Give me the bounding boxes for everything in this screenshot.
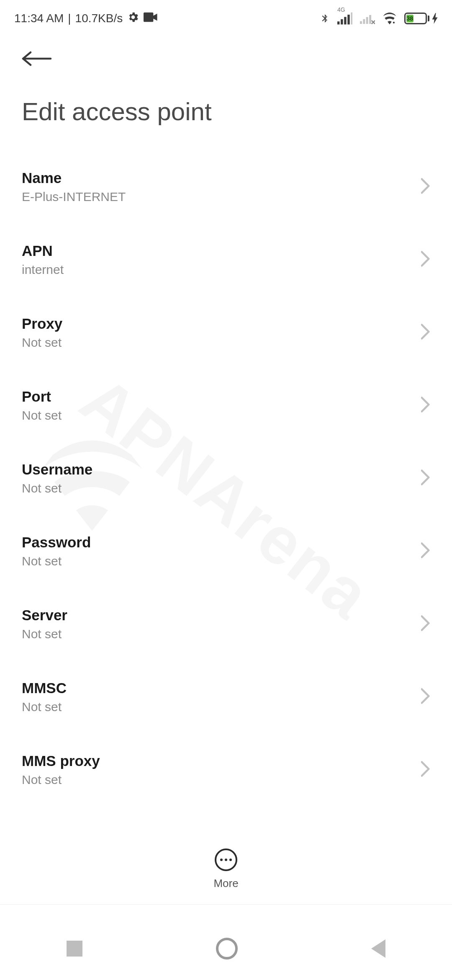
- status-time: 11:34 AM: [14, 12, 64, 25]
- setting-name-label: Name: [22, 170, 126, 186]
- more-label: More: [213, 877, 238, 890]
- setting-proxy-value: Not set: [22, 335, 62, 350]
- bottom-action-bar: More: [0, 832, 452, 905]
- setting-port-label: Port: [22, 388, 62, 405]
- chevron-right-icon: [421, 615, 430, 633]
- chevron-right-icon: [421, 251, 430, 268]
- page-title: Edit access point: [0, 71, 452, 159]
- bluetooth-icon: [320, 11, 330, 26]
- setting-name[interactable]: Name E-Plus-INTERNET: [22, 159, 430, 221]
- chevron-right-icon: [421, 761, 430, 779]
- setting-mmsproxy-value: Not set: [22, 773, 100, 787]
- setting-name-value: E-Plus-INTERNET: [22, 190, 126, 204]
- setting-mmsc[interactable]: MMSC Not set: [22, 669, 430, 731]
- svg-rect-0: [337, 21, 339, 24]
- nav-home-button[interactable]: [216, 938, 238, 959]
- nav-back-button[interactable]: [371, 939, 385, 958]
- nav-recents-button[interactable]: [67, 941, 82, 957]
- svg-rect-3: [347, 15, 349, 24]
- setting-apn-value: internet: [22, 263, 64, 277]
- setting-proxy[interactable]: Proxy Not set: [22, 304, 430, 366]
- camera-icon: [144, 12, 158, 25]
- setting-server-value: Not set: [22, 627, 67, 641]
- setting-server[interactable]: Server Not set: [22, 596, 430, 658]
- battery-icon: 38: [404, 13, 438, 24]
- setting-username-value: Not set: [22, 481, 92, 495]
- setting-port[interactable]: Port Not set: [22, 377, 430, 439]
- charging-icon: [432, 13, 438, 24]
- svg-rect-2: [344, 17, 346, 24]
- chevron-right-icon: [421, 688, 430, 706]
- setting-mmsproxy[interactable]: MMS proxy Not set: [22, 742, 430, 804]
- signal-4g-icon: 4G: [337, 12, 352, 25]
- svg-rect-8: [369, 15, 371, 24]
- setting-mmsc-value: Not set: [22, 700, 67, 714]
- svg-rect-5: [360, 21, 362, 24]
- svg-rect-4: [351, 13, 352, 25]
- status-right: 4G 38: [320, 11, 438, 26]
- status-left: 11:34 AM | 10.7KB/s: [14, 11, 158, 26]
- status-separator: |: [68, 12, 71, 25]
- svg-rect-7: [366, 17, 368, 24]
- setting-server-label: Server: [22, 607, 67, 624]
- settings-list: Name E-Plus-INTERNET APN internet Proxy …: [0, 159, 452, 804]
- more-icon: [215, 848, 237, 871]
- more-button[interactable]: More: [213, 848, 238, 890]
- system-nav-bar: [0, 917, 452, 980]
- gear-icon: [127, 11, 139, 26]
- svg-rect-6: [363, 19, 365, 24]
- setting-username-label: Username: [22, 461, 92, 478]
- chevron-right-icon: [421, 542, 430, 560]
- chevron-right-icon: [421, 178, 430, 196]
- signal-nosim-icon: [360, 12, 375, 25]
- chevron-right-icon: [421, 469, 430, 487]
- setting-apn-label: APN: [22, 242, 64, 259]
- svg-rect-1: [341, 19, 343, 25]
- setting-port-value: Not set: [22, 408, 62, 423]
- setting-password[interactable]: Password Not set: [22, 523, 430, 585]
- setting-username[interactable]: Username Not set: [22, 450, 430, 512]
- back-button[interactable]: [22, 46, 55, 71]
- setting-apn[interactable]: APN internet: [22, 232, 430, 294]
- setting-password-value: Not set: [22, 554, 91, 568]
- chevron-right-icon: [421, 397, 430, 414]
- setting-mmsproxy-label: MMS proxy: [22, 753, 100, 769]
- chevron-right-icon: [421, 324, 430, 341]
- setting-password-label: Password: [22, 534, 91, 551]
- status-bar: 11:34 AM | 10.7KB/s 4G 38: [0, 0, 452, 29]
- setting-mmsc-label: MMSC: [22, 680, 67, 696]
- status-netspeed: 10.7KB/s: [75, 12, 123, 25]
- battery-percent: 38: [406, 15, 413, 22]
- wifi-icon: [383, 12, 397, 25]
- setting-proxy-label: Proxy: [22, 315, 62, 332]
